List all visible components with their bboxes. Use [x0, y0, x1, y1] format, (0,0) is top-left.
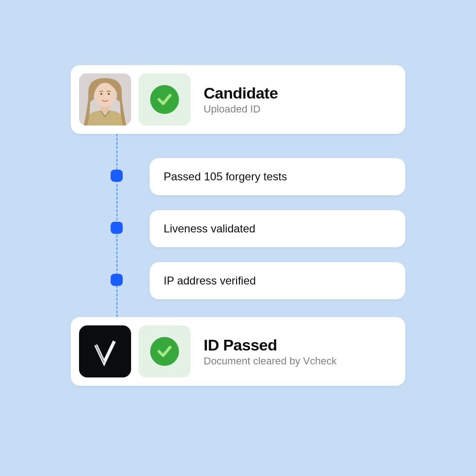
result-title: ID Passed	[204, 336, 337, 354]
vcheck-logo-icon	[90, 337, 120, 366]
candidate-title: Candidate	[204, 84, 278, 102]
verification-step: Liveness validated	[150, 210, 405, 247]
candidate-status-tile	[139, 73, 191, 126]
candidate-photo	[79, 73, 131, 126]
candidate-subtitle: Uploaded ID	[204, 103, 278, 115]
candidate-card: Candidate Uploaded ID	[71, 65, 405, 134]
checkmark-icon	[150, 337, 179, 366]
person-photo-icon	[79, 73, 131, 126]
result-status-tile	[139, 325, 191, 377]
svg-point-4	[108, 93, 110, 95]
timeline-dot	[111, 222, 123, 234]
verification-step: IP address verified	[150, 262, 405, 299]
timeline-dot	[111, 274, 123, 286]
step-label: IP address verified	[164, 274, 256, 287]
vcheck-logo	[79, 325, 131, 377]
result-card: ID Passed Document cleared by Vcheck	[71, 317, 405, 386]
timeline-dot	[111, 170, 123, 182]
step-label: Passed 105 forgery tests	[164, 170, 287, 183]
svg-point-2	[95, 83, 115, 107]
verification-step: Passed 105 forgery tests	[150, 158, 405, 195]
result-subtitle: Document cleared by Vcheck	[204, 355, 337, 367]
checkmark-icon	[150, 85, 179, 114]
step-label: Liveness validated	[164, 222, 255, 235]
svg-point-3	[100, 93, 102, 95]
